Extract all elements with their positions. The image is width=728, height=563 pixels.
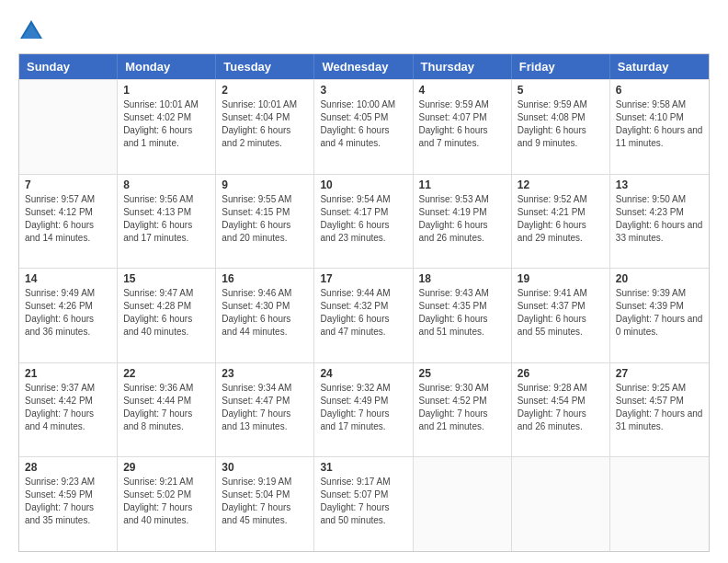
sun-info: Sunrise: 9:34 AMSunset: 4:47 PMDaylight:… (222, 382, 308, 433)
day-number: 15 (123, 272, 210, 285)
sun-info: Sunrise: 10:00 AMSunset: 4:05 PMDaylight… (320, 98, 406, 150)
calendar-cell: 29Sunrise: 9:21 AMSunset: 5:02 PMDayligh… (118, 457, 216, 551)
sun-info: Sunrise: 9:57 AMSunset: 4:12 PMDaylight:… (25, 193, 111, 245)
sun-info: Sunrise: 9:21 AMSunset: 5:02 PMDaylight:… (123, 476, 210, 527)
day-number: 9 (222, 178, 308, 191)
sun-info: Sunrise: 9:43 AMSunset: 4:35 PMDaylight:… (419, 287, 506, 339)
day-number: 17 (320, 272, 406, 285)
sun-info: Sunrise: 9:52 AMSunset: 4:21 PMDaylight:… (518, 193, 604, 245)
calendar-cell: 21Sunrise: 9:37 AMSunset: 4:42 PMDayligh… (19, 363, 118, 457)
day-number: 26 (518, 367, 604, 380)
day-number: 25 (419, 367, 506, 380)
day-number: 8 (123, 178, 210, 191)
sun-info: Sunrise: 9:39 AMSunset: 4:39 PMDaylight:… (616, 287, 703, 339)
sun-info: Sunrise: 9:44 AMSunset: 4:32 PMDaylight:… (320, 287, 406, 339)
day-number: 4 (419, 84, 506, 97)
calendar-cell: 1Sunrise: 10:01 AMSunset: 4:02 PMDayligh… (118, 80, 216, 174)
day-number: 16 (222, 272, 308, 285)
page: SundayMondayTuesdayWednesdayThursdayFrid… (0, 0, 728, 563)
calendar-cell: 10Sunrise: 9:54 AMSunset: 4:17 PMDayligh… (314, 175, 413, 269)
day-number: 20 (616, 272, 703, 285)
calendar-cell: 3Sunrise: 10:00 AMSunset: 4:05 PMDayligh… (314, 80, 413, 174)
sun-info: Sunrise: 9:59 AMSunset: 4:07 PMDaylight:… (419, 98, 506, 150)
calendar-cell: 12Sunrise: 9:52 AMSunset: 4:21 PMDayligh… (512, 175, 610, 269)
calendar-cell: 14Sunrise: 9:49 AMSunset: 4:26 PMDayligh… (19, 269, 118, 362)
calendar-cell: 6Sunrise: 9:58 AMSunset: 4:10 PMDaylight… (610, 80, 709, 174)
weekday-header: Thursday (414, 54, 512, 79)
day-number: 5 (518, 84, 604, 97)
day-number: 19 (518, 272, 604, 285)
weekday-header: Wednesday (314, 54, 413, 79)
day-number: 29 (123, 461, 210, 474)
logo (18, 18, 48, 44)
weekday-header: Tuesday (216, 54, 314, 79)
sun-info: Sunrise: 9:19 AMSunset: 5:04 PMDaylight:… (222, 476, 308, 527)
day-number: 31 (320, 461, 406, 474)
calendar-cell: 28Sunrise: 9:23 AMSunset: 4:59 PMDayligh… (19, 457, 118, 551)
calendar-cell: 13Sunrise: 9:50 AMSunset: 4:23 PMDayligh… (610, 175, 709, 269)
calendar-cell: 26Sunrise: 9:28 AMSunset: 4:54 PMDayligh… (512, 363, 610, 457)
day-number: 30 (222, 461, 308, 474)
calendar-header: SundayMondayTuesdayWednesdayThursdayFrid… (19, 54, 709, 79)
weekday-header: Monday (118, 54, 216, 79)
calendar-cell: 31Sunrise: 9:17 AMSunset: 5:07 PMDayligh… (314, 457, 413, 551)
day-number: 1 (123, 84, 210, 97)
day-number: 27 (616, 367, 703, 380)
day-number: 24 (320, 367, 406, 380)
calendar-cell: 30Sunrise: 9:19 AMSunset: 5:04 PMDayligh… (216, 457, 314, 551)
weekday-header: Friday (512, 54, 610, 79)
sun-info: Sunrise: 9:50 AMSunset: 4:23 PMDaylight:… (616, 193, 703, 245)
calendar-cell (414, 457, 512, 551)
day-number: 22 (123, 367, 210, 380)
sun-info: Sunrise: 9:56 AMSunset: 4:13 PMDaylight:… (123, 193, 210, 245)
calendar-cell: 8Sunrise: 9:56 AMSunset: 4:13 PMDaylight… (118, 175, 216, 269)
calendar-cell: 27Sunrise: 9:25 AMSunset: 4:57 PMDayligh… (610, 363, 709, 457)
calendar-row: 28Sunrise: 9:23 AMSunset: 4:59 PMDayligh… (19, 456, 709, 551)
calendar-cell: 16Sunrise: 9:46 AMSunset: 4:30 PMDayligh… (216, 269, 314, 362)
sun-info: Sunrise: 9:46 AMSunset: 4:30 PMDaylight:… (222, 287, 308, 339)
weekday-header: Saturday (610, 54, 709, 79)
calendar-cell: 17Sunrise: 9:44 AMSunset: 4:32 PMDayligh… (314, 269, 413, 362)
calendar-cell: 4Sunrise: 9:59 AMSunset: 4:07 PMDaylight… (414, 80, 512, 174)
day-number: 12 (518, 178, 604, 191)
logo-icon (18, 18, 44, 44)
sun-info: Sunrise: 9:17 AMSunset: 5:07 PMDaylight:… (320, 476, 406, 527)
calendar-cell: 19Sunrise: 9:41 AMSunset: 4:37 PMDayligh… (512, 269, 610, 362)
sun-info: Sunrise: 9:53 AMSunset: 4:19 PMDaylight:… (419, 193, 506, 245)
sun-info: Sunrise: 9:54 AMSunset: 4:17 PMDaylight:… (320, 193, 406, 245)
calendar-body: 1Sunrise: 10:01 AMSunset: 4:02 PMDayligh… (19, 79, 709, 551)
sun-info: Sunrise: 9:30 AMSunset: 4:52 PMDaylight:… (419, 382, 506, 433)
sun-info: Sunrise: 10:01 AMSunset: 4:02 PMDaylight… (123, 98, 210, 150)
day-number: 28 (25, 461, 111, 474)
sun-info: Sunrise: 9:23 AMSunset: 4:59 PMDaylight:… (25, 476, 111, 527)
sun-info: Sunrise: 9:47 AMSunset: 4:28 PMDaylight:… (123, 287, 210, 339)
sun-info: Sunrise: 9:49 AMSunset: 4:26 PMDaylight:… (25, 287, 111, 339)
sun-info: Sunrise: 9:41 AMSunset: 4:37 PMDaylight:… (518, 287, 604, 339)
calendar-cell (19, 80, 118, 174)
calendar-row: 14Sunrise: 9:49 AMSunset: 4:26 PMDayligh… (19, 268, 709, 362)
day-number: 23 (222, 367, 308, 380)
day-number: 14 (25, 272, 111, 285)
day-number: 10 (320, 178, 406, 191)
calendar-cell: 24Sunrise: 9:32 AMSunset: 4:49 PMDayligh… (314, 363, 413, 457)
calendar-cell: 23Sunrise: 9:34 AMSunset: 4:47 PMDayligh… (216, 363, 314, 457)
header (18, 15, 710, 44)
weekday-header: Sunday (19, 54, 118, 79)
day-number: 3 (320, 84, 406, 97)
sun-info: Sunrise: 9:32 AMSunset: 4:49 PMDaylight:… (320, 382, 406, 433)
calendar-cell: 11Sunrise: 9:53 AMSunset: 4:19 PMDayligh… (414, 175, 512, 269)
day-number: 7 (25, 178, 111, 191)
sun-info: Sunrise: 9:58 AMSunset: 4:10 PMDaylight:… (616, 98, 703, 150)
calendar-cell (610, 457, 709, 551)
calendar-cell: 2Sunrise: 10:01 AMSunset: 4:04 PMDayligh… (216, 80, 314, 174)
sun-info: Sunrise: 9:36 AMSunset: 4:44 PMDaylight:… (123, 382, 210, 433)
sun-info: Sunrise: 9:37 AMSunset: 4:42 PMDaylight:… (25, 382, 111, 433)
sun-info: Sunrise: 9:59 AMSunset: 4:08 PMDaylight:… (518, 98, 604, 150)
calendar-cell: 9Sunrise: 9:55 AMSunset: 4:15 PMDaylight… (216, 175, 314, 269)
calendar-row: 1Sunrise: 10:01 AMSunset: 4:02 PMDayligh… (19, 79, 709, 174)
day-number: 21 (25, 367, 111, 380)
calendar-cell: 7Sunrise: 9:57 AMSunset: 4:12 PMDaylight… (19, 175, 118, 269)
calendar-cell: 5Sunrise: 9:59 AMSunset: 4:08 PMDaylight… (512, 80, 610, 174)
day-number: 13 (616, 178, 703, 191)
sun-info: Sunrise: 10:01 AMSunset: 4:04 PMDaylight… (222, 98, 308, 150)
